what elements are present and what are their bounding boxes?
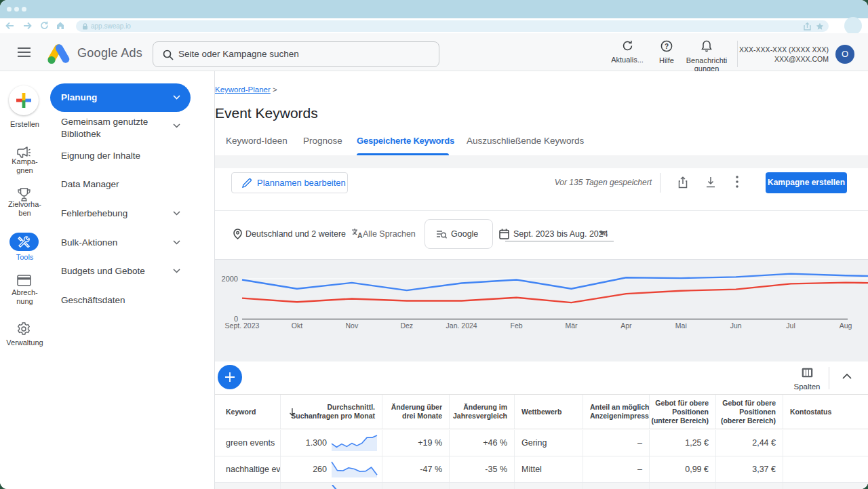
tab-saved-keywords[interactable]: Gespeicherte Keywords — [357, 129, 454, 153]
table-cell: 0,99 € — [650, 456, 716, 482]
admin-icon[interactable] — [17, 322, 31, 338]
svg-text:Dez: Dez — [400, 321, 413, 330]
keyword-row[interactable]: green events1.300+19 %+46 %Gering–1,25 €… — [215, 430, 868, 456]
table-cell: 2,44 € — [716, 430, 783, 456]
column-header[interactable]: Änderung über drei Monate — [382, 395, 450, 429]
tools-nav-item[interactable] — [9, 233, 39, 251]
language-filter[interactable]: Alle Sprachen — [363, 229, 416, 239]
secondary-navigation: Planung Gemeinsam genutzte Bibliothek Ei… — [50, 71, 215, 489]
tab-forecast[interactable]: Prognose — [303, 129, 342, 153]
notifications-button[interactable]: Benachrichti gungen — [683, 40, 730, 73]
active-tab-indicator — [357, 153, 449, 155]
language-icon: A — [351, 228, 363, 239]
tab-negative-keywords[interactable]: Auszuschließende Keywords — [467, 129, 584, 153]
nav-item-bulk-actions[interactable]: Bulk-Aktionen — [61, 237, 176, 248]
user-avatar[interactable]: O — [835, 45, 854, 64]
browser-profile-avatar[interactable] — [844, 17, 862, 35]
more-options-icon[interactable] — [736, 176, 738, 188]
date-range-filter[interactable]: Sept. 2023 bis Aug. 2024 — [505, 224, 614, 241]
nav-item-planung[interactable]: Planung — [50, 83, 191, 112]
nav-item-business-data[interactable]: Geschäftsdaten — [61, 295, 176, 305]
tools-icon — [18, 236, 31, 248]
table-cell: 3,37 € — [716, 456, 783, 482]
table-cell — [583, 483, 650, 489]
search-icon — [163, 50, 174, 60]
column-header[interactable]: Änderung im Jahresvergleich — [450, 395, 515, 429]
column-header[interactable]: Kontostatus — [783, 395, 868, 429]
location-icon — [233, 229, 242, 239]
column-header[interactable]: Gebot für obere Positionen (oberer Berei… — [716, 395, 783, 429]
table-header-row: KeywordDurchschnittl. Suchanfragen pro M… — [215, 394, 868, 429]
table-cell: – — [583, 430, 650, 456]
column-header[interactable]: Durchschnittl. Suchanfragen pro Monat — [281, 395, 382, 429]
table-cell: +19 % — [382, 430, 450, 456]
table-cell: 1,25 € — [650, 430, 716, 456]
billing-icon[interactable] — [17, 275, 31, 289]
search-input[interactable]: Seite oder Kampagne suchen — [153, 41, 439, 67]
rail-label-tools: Tools — [0, 253, 50, 262]
chevron-down-icon — [173, 211, 180, 216]
nav-item-budgets-bids[interactable]: Budgets und Gebote — [61, 266, 176, 276]
rail-label-billing: Abrech- nung — [0, 288, 50, 306]
column-header[interactable]: Wettbewerb — [515, 395, 583, 429]
sparkline — [331, 434, 378, 452]
window-zoom-button[interactable] — [22, 7, 26, 12]
reload-icon[interactable] — [40, 21, 49, 30]
refresh-icon — [622, 40, 633, 52]
home-icon[interactable] — [56, 21, 65, 30]
sparkline — [331, 461, 378, 478]
help-icon: ? — [660, 40, 673, 52]
section-gap — [215, 155, 868, 168]
share-page-icon[interactable] — [804, 22, 811, 31]
window-close-button[interactable] — [7, 7, 12, 12]
edit-plan-name-button[interactable]: Plannamen bearbeiten — [231, 172, 348, 193]
rail-label-goals: Zielvorha- ben — [0, 200, 50, 218]
rail-label-campaigns: Kampa- gnen — [0, 157, 50, 175]
breadcrumb-keyword-planner-link[interactable]: Keyword-Planer — [215, 85, 271, 94]
main-menu-icon[interactable] — [18, 47, 31, 57]
location-filter[interactable]: Deutschland und 2 weitere — [245, 229, 346, 239]
create-button[interactable] — [9, 85, 39, 115]
keywords-table-card: Spalten KeywordDurchschnittl. Suchanfrag… — [215, 361, 868, 489]
create-campaign-button[interactable]: Kampagne erstellen — [766, 172, 847, 193]
bookmark-star-icon[interactable] — [816, 22, 824, 31]
window-minimize-button[interactable] — [14, 7, 19, 12]
account-info[interactable]: XXX-XXX-XXX (XXXX XXX) XXX@XXX.COM — [732, 45, 829, 64]
chevron-down-icon — [173, 240, 180, 245]
address-bar[interactable]: app.sweap.io — [76, 20, 829, 32]
table-toolbar-divider — [829, 367, 829, 389]
rail-label-create: Erstellen — [0, 120, 50, 129]
pencil-icon — [242, 178, 252, 188]
table-cell: -35 % — [450, 456, 515, 482]
nav-item-shared-library[interactable]: Gemeinsam genutzte Bibliothek — [61, 116, 170, 140]
columns-button[interactable]: Spalten — [791, 368, 823, 391]
download-icon[interactable] — [706, 177, 715, 188]
tab-keyword-ideas[interactable]: Keyword-Ideen — [226, 129, 288, 153]
table-cell — [382, 483, 450, 489]
svg-text:Okt: Okt — [292, 321, 302, 330]
nav-item-content-suitability[interactable]: Eignung der Inhalte — [61, 151, 176, 161]
table-cell — [783, 430, 868, 456]
back-icon[interactable] — [5, 22, 14, 30]
share-icon[interactable] — [678, 176, 688, 189]
column-header[interactable]: Keyword — [215, 395, 281, 429]
table-cell: -47 % — [382, 456, 450, 482]
nav-item-troubleshooting[interactable]: Fehlerbehebung — [61, 208, 176, 218]
forward-icon[interactable] — [23, 22, 32, 30]
table-cell: 260 — [281, 456, 382, 482]
svg-text:Jan. 2024: Jan. 2024 — [446, 321, 477, 330]
table-cell — [515, 483, 583, 489]
column-header[interactable]: Anteil an möglichen Anzeigenimpressionen — [583, 395, 650, 429]
trend-chart: 20000Sept. 2023OktNovDezJan. 2024FebMärA… — [215, 260, 868, 361]
add-keywords-button[interactable] — [218, 365, 242, 389]
column-header[interactable]: Gebot für obere Positionen (unterer Bere… — [650, 395, 716, 429]
table-cell — [215, 483, 281, 489]
keyword-row-partial[interactable] — [215, 483, 868, 489]
app-header: Google Ads Seite oder Kampagne suchen Ak… — [0, 33, 868, 71]
keyword-row[interactable]: nachhaltige ev...260-47 %-35 %Mittel–0,9… — [215, 456, 868, 483]
nav-item-data-manager[interactable]: Data Manager — [61, 179, 176, 189]
network-filter[interactable]: Google — [425, 219, 493, 249]
svg-text:Mär: Mär — [565, 321, 578, 330]
collapse-icon[interactable] — [842, 374, 852, 379]
svg-text:Jul: Jul — [786, 321, 795, 330]
